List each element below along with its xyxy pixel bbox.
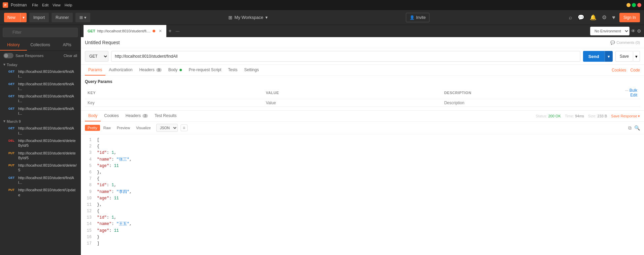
history-url: http://localhost:8010/student/findAl... (18, 82, 77, 91)
resp-tab-body[interactable]: Body (85, 111, 101, 121)
clear-all-button[interactable]: Clear all (64, 54, 77, 58)
tab-pre-request[interactable]: Pre-request Script (185, 65, 225, 76)
method-badge: GET (7, 107, 16, 111)
layout-button[interactable]: ⊞ ▾ (75, 13, 90, 22)
search-icon[interactable]: ⌕ (568, 13, 574, 22)
workspace-selector[interactable]: ⊞ My Workspace ▾ (228, 15, 268, 20)
menu-file[interactable]: File (32, 3, 38, 7)
search-input[interactable] (3, 28, 78, 37)
list-item[interactable]: GET http://localhost:8010/student/findAl… (0, 92, 80, 105)
code-link[interactable]: Code (630, 68, 640, 73)
list-item[interactable]: PUT http://localhost:8010/student/Update (0, 186, 80, 199)
heart-icon[interactable]: ♥ (611, 13, 617, 22)
line-content: ] (97, 240, 99, 247)
format-raw[interactable]: Raw (101, 125, 114, 131)
key-input[interactable] (88, 101, 260, 105)
format-pretty[interactable]: Pretty (85, 125, 100, 131)
send-button[interactable]: Send (583, 51, 605, 62)
bulk-edit-button[interactable]: Bulk Edit (630, 88, 637, 97)
tab-headers[interactable]: Headers 9 (136, 65, 165, 76)
format-type-select[interactable]: JSON (156, 124, 178, 132)
active-request-tab[interactable]: GET http://localhost:8010/student/fi....… (84, 25, 166, 37)
tab-settings[interactable]: Settings (241, 65, 262, 76)
sidebar: 🔍 History Collections APIs Save Response… (0, 25, 81, 255)
line-content: { (97, 176, 99, 182)
line-content: { (97, 208, 99, 215)
tab-tests[interactable]: Tests (225, 65, 241, 76)
runner-button[interactable]: Runner (52, 13, 73, 22)
search-response-button[interactable]: 🔍 (634, 125, 640, 131)
group-label: Today (7, 63, 18, 67)
tab-close-button[interactable]: ✕ (159, 29, 162, 33)
list-item[interactable]: GET http://localhost:8010/student/findAl… (0, 174, 80, 187)
cookies-code-links: Cookies Code (612, 68, 640, 73)
line-number: 3 (85, 150, 92, 156)
sign-in-button[interactable]: Sign In (619, 13, 640, 22)
line-content: [ (97, 137, 99, 143)
new-tab-button[interactable]: + (166, 28, 173, 34)
history-list: ▾ Today GET http://localhost:8010/studen… (0, 60, 80, 255)
format-visualize[interactable]: Visualize (133, 125, 154, 131)
method-select[interactable]: GET (85, 51, 108, 62)
tab-apis[interactable]: APIs (54, 40, 80, 51)
comments-button[interactable]: 💬 Comments (0) (610, 40, 640, 45)
maximize-button[interactable] (632, 3, 636, 7)
tab-params[interactable]: Params (85, 65, 105, 76)
list-item[interactable]: DEL http://localhost:8010/student/delete… (0, 137, 80, 149)
value-input[interactable] (266, 101, 439, 105)
line-number: 7 (85, 176, 92, 182)
cookies-link[interactable]: Cookies (612, 68, 626, 73)
menu-help[interactable]: Help (65, 3, 72, 7)
toolbar-right: ⌕ 💬 🔔 ⚙ ♥ Sign In (568, 13, 640, 22)
close-button[interactable] (637, 3, 641, 7)
resp-tab-headers[interactable]: Headers 3 (122, 111, 151, 121)
save-responses-label: Save Responses (15, 54, 43, 58)
menu-view[interactable]: View (53, 3, 61, 7)
wrap-button[interactable]: ≡ (181, 124, 188, 131)
list-item[interactable]: GET http://localhost:8010/student/findAl… (0, 105, 80, 117)
tab-authorization[interactable]: Authorization (105, 65, 136, 76)
list-item[interactable]: PUT http://localhost:8010/student/delete… (0, 162, 80, 174)
notification-icon[interactable]: 🔔 (588, 13, 598, 22)
toolbar: New ▾ Import Runner ⊞ ▾ ⊞ My Workspace ▾… (0, 10, 644, 25)
save-button[interactable]: Save (615, 51, 633, 62)
list-item[interactable]: GET http://localhost:8010/student/findAl… (0, 68, 80, 80)
list-item[interactable]: GET http://localhost:8010/student/findAl… (0, 80, 80, 93)
settings-icon[interactable]: ⚙ (601, 13, 608, 22)
env-settings-button[interactable]: ⚙ (637, 28, 641, 34)
params-row (85, 99, 640, 107)
save-dropdown-button[interactable]: ▾ (633, 51, 640, 62)
chat-icon[interactable]: 💬 (576, 13, 586, 22)
desc-input[interactable] (444, 101, 617, 105)
resp-tab-test-results[interactable]: Test Results (151, 111, 180, 121)
tab-more-button[interactable]: ··· (173, 28, 182, 34)
format-preview[interactable]: Preview (114, 125, 133, 131)
menu-edit[interactable]: Edit (42, 3, 49, 7)
save-response-button[interactable]: Save Response ▾ (611, 114, 640, 118)
tab-body[interactable]: Body (165, 65, 186, 76)
env-eye-button[interactable]: 👁 (631, 28, 636, 34)
env-dropdown[interactable]: No Environment (590, 27, 630, 35)
method-badge: GET (7, 82, 16, 86)
url-input[interactable] (111, 51, 580, 62)
line-number: 17 (85, 240, 92, 247)
send-dropdown[interactable]: ▾ (605, 51, 613, 62)
resp-tab-cookies[interactable]: Cookies (101, 111, 122, 121)
tab-collections[interactable]: Collections (27, 40, 54, 51)
list-item[interactable]: GET http://localhost:8010/student/findAl… (0, 124, 80, 137)
import-button[interactable]: Import (29, 13, 49, 22)
minimize-button[interactable] (626, 3, 631, 7)
code-line: 1[ (85, 137, 640, 143)
tab-history[interactable]: History (0, 40, 27, 51)
tab-method: GET (88, 29, 95, 33)
invite-button[interactable]: 👤 Invite (406, 13, 429, 22)
status-ok: 200 OK (548, 114, 561, 118)
new-button[interactable]: New ▾ (4, 13, 27, 22)
request-tab-bar: GET http://localhost:8010/student/fi....… (81, 25, 644, 37)
copy-response-button[interactable]: ⧉ (628, 125, 632, 131)
new-button-arrow[interactable]: ▾ (20, 13, 27, 22)
table-more-button[interactable]: ··· (625, 88, 628, 93)
method-badge: DEL (7, 139, 16, 143)
list-item[interactable]: PUT http://localhost:8010/student/delete… (0, 149, 80, 162)
save-responses-toggle[interactable] (3, 53, 13, 58)
